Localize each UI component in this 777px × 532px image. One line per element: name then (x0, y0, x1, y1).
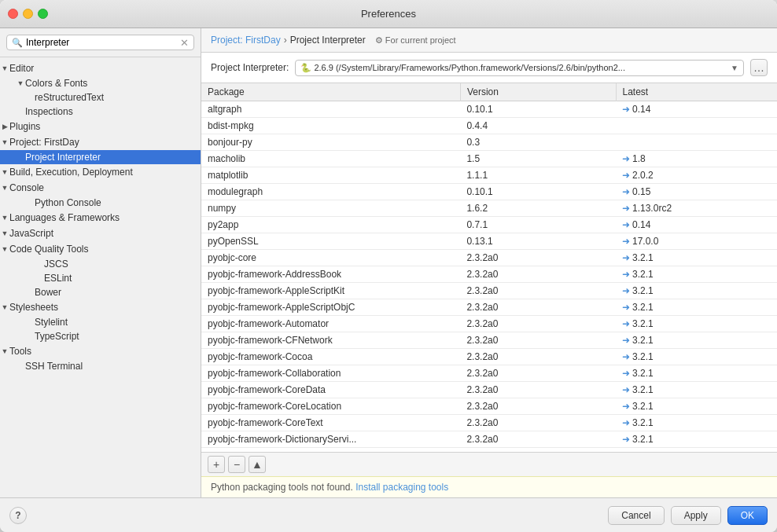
sidebar-item-ssh-terminal[interactable]: SSH Terminal (0, 359, 201, 373)
cell-latest: ➜0.14 (616, 101, 777, 118)
search-input[interactable]: Interpreter (26, 37, 177, 48)
sidebar-item-stylesheets[interactable]: Stylesheets (0, 299, 201, 315)
remove-package-button[interactable]: − (228, 456, 245, 473)
cell-package: pyobjc-framework-CoreLocation (201, 398, 460, 415)
table-row[interactable]: matplotlib1.1.1➜2.0.2 (201, 167, 777, 184)
interpreter-label: Project Interpreter: (211, 62, 289, 73)
sidebar-item-tools[interactable]: Tools (0, 343, 201, 359)
table-row[interactable]: bdist-mpkg0.4.4 (201, 118, 777, 134)
cell-package: pyobjc-framework-Collaboration (201, 365, 460, 382)
table-row[interactable]: numpy1.6.2➜1.13.0rc2 (201, 200, 777, 217)
minimize-button[interactable] (23, 9, 33, 19)
table-row[interactable]: pyobjc-framework-AppleScriptObjC2.3.2a0➜… (201, 299, 777, 316)
col-header-package[interactable]: Package (201, 83, 460, 101)
install-packaging-tools-link[interactable]: Install packaging tools (355, 482, 448, 493)
cell-version: 2.3.2a0 (460, 365, 616, 382)
apply-button[interactable]: Apply (671, 506, 721, 525)
table-row[interactable]: pyobjc-framework-DictionaryServi...2.3.2… (201, 431, 777, 448)
cell-version: 2.3.2a0 (460, 283, 616, 299)
cell-version: 2.3.2a0 (460, 316, 616, 332)
cancel-button[interactable]: Cancel (608, 506, 664, 525)
add-package-button[interactable]: + (208, 456, 225, 473)
sidebar-item-build-exec-deploy[interactable]: Build, Execution, Deployment (0, 164, 201, 180)
packages-tbody: altgraph0.10.1➜0.14bdist-mpkg0.4.4bonjou… (201, 101, 777, 453)
sidebar-item-eslint[interactable]: ESLint (0, 271, 201, 285)
cell-latest: ➜1.8 (616, 151, 777, 167)
sidebar-item-python-console[interactable]: Python Console (0, 196, 201, 210)
sidebar-item-javascript[interactable]: JavaScript (0, 226, 201, 241)
cell-version: 1.6.2 (460, 200, 616, 217)
cell-version: 2.3.2a0 (460, 266, 616, 283)
cell-package: pyobjc-framework-AppleScriptKit (201, 283, 460, 299)
cell-version: 0.3 (460, 134, 616, 151)
cell-package: pyobjc-framework-AddressBook (201, 266, 460, 283)
sidebar-item-bower[interactable]: Bower (0, 285, 201, 299)
sidebar-item-inspections[interactable]: Inspections (0, 105, 201, 119)
sidebar-item-console[interactable]: Console (0, 180, 201, 196)
close-button[interactable] (8, 9, 18, 19)
table-row[interactable]: pyobjc-core2.3.2a0➜3.2.1 (201, 250, 777, 266)
table-row[interactable]: bonjour-py0.3 (201, 134, 777, 151)
clear-search-icon[interactable]: ✕ (180, 38, 189, 48)
table-row[interactable]: pyobjc-framework-CoreData2.3.2a0➜3.2.1 (201, 382, 777, 398)
footer: ? Cancel Apply OK (0, 497, 777, 532)
table-row[interactable]: modulegraph0.10.1➜0.15 (201, 184, 777, 200)
cell-version: 1.1.1 (460, 167, 616, 184)
table-row[interactable]: altgraph0.10.1➜0.14 (201, 101, 777, 118)
sidebar-item-code-quality-tools[interactable]: Code Quality Tools (0, 241, 201, 257)
sidebar-label-tools: Tools (9, 346, 201, 357)
sidebar-label-restructuredtext: reStructuredText (35, 92, 201, 103)
table-row[interactable]: pyobjc-framework-AddressBook2.3.2a0➜3.2.… (201, 266, 777, 283)
sidebar-item-jscs[interactable]: JSCS (0, 257, 201, 271)
table-row[interactable]: pyobjc-framework-CoreText2.3.2a0➜3.2.1 (201, 415, 777, 431)
triangle-javascript (0, 229, 9, 238)
cell-package: pyobjc-framework-ExceptionHand... (201, 448, 460, 453)
preferences-window: Preferences 🔍 Interpreter ✕ Editor (0, 0, 777, 532)
ok-button[interactable]: OK (727, 506, 768, 525)
table-row[interactable]: pyobjc-framework-ExceptionHand...2.3.2a0… (201, 448, 777, 453)
triangle-tools (0, 347, 9, 356)
help-button[interactable]: ? (9, 507, 27, 524)
dropdown-arrow-icon: ▼ (731, 64, 738, 72)
table-row[interactable]: pyOpenSSL0.13.1➜17.0.0 (201, 233, 777, 250)
sidebar-item-plugins[interactable]: Plugins (0, 119, 201, 134)
sidebar-item-stylelint[interactable]: Stylelint (0, 315, 201, 329)
sidebar-item-restructuredtext[interactable]: reStructuredText (0, 90, 201, 105)
interpreter-select[interactable]: 🐍 2.6.9 (/System/Library/Frameworks/Pyth… (295, 60, 744, 76)
sidebar-label-console: Console (9, 182, 201, 193)
sidebar-item-colors-fonts[interactable]: Colors & Fonts (0, 76, 201, 90)
cell-latest: ➜2.0.2 (616, 167, 777, 184)
sidebar-item-typescript[interactable]: TypeScript (0, 329, 201, 343)
triangle-editor (0, 64, 9, 73)
table-row[interactable]: pyobjc-framework-CFNetwork2.3.2a0➜3.2.1 (201, 332, 777, 349)
table-row[interactable]: pyobjc-framework-Automator2.3.2a0➜3.2.1 (201, 316, 777, 332)
sidebar-label-stylesheets: Stylesheets (9, 302, 201, 313)
cell-version: 0.10.1 (460, 184, 616, 200)
col-header-latest[interactable]: Latest (616, 83, 777, 101)
cell-package: pyobjc-framework-DictionaryServi... (201, 431, 460, 448)
sidebar-label-jscs: JSCS (44, 259, 201, 270)
table-row[interactable]: pyobjc-framework-Cocoa2.3.2a0➜3.2.1 (201, 349, 777, 365)
breadcrumb-sep: › (284, 35, 287, 46)
table-row[interactable]: macholib1.5➜1.8 (201, 151, 777, 167)
maximize-button[interactable] (38, 9, 48, 19)
sidebar-label-project-interpreter: Project Interpreter (25, 152, 201, 163)
sidebar-label-build-exec-deploy: Build, Execution, Deployment (9, 167, 201, 178)
cell-version: 2.3.2a0 (460, 299, 616, 316)
cell-latest: ➜3.2.1 (616, 250, 777, 266)
col-header-version[interactable]: Version (460, 83, 616, 101)
sidebar-item-editor[interactable]: Editor (0, 61, 201, 76)
sidebar-item-project-interpreter[interactable]: Project Interpreter (0, 150, 201, 164)
table-row[interactable]: py2app0.7.1➜0.14 (201, 217, 777, 233)
cell-latest: ➜3.2.1 (616, 448, 777, 453)
breadcrumb-project[interactable]: Project: FirstDay (211, 35, 281, 46)
interpreter-more-button[interactable]: … (750, 59, 768, 76)
sidebar-item-project-firstday[interactable]: Project: FirstDay (0, 134, 201, 150)
triangle-stylesheets (0, 303, 9, 312)
table-row[interactable]: pyobjc-framework-AppleScriptKit2.3.2a0➜3… (201, 283, 777, 299)
upgrade-package-button[interactable]: ▲ (249, 456, 266, 473)
table-row[interactable]: pyobjc-framework-Collaboration2.3.2a0➜3.… (201, 365, 777, 382)
table-row[interactable]: pyobjc-framework-CoreLocation2.3.2a0➜3.2… (201, 398, 777, 415)
sidebar-item-languages-frameworks[interactable]: Languages & Frameworks (0, 210, 201, 226)
search-icon: 🔍 (12, 38, 23, 48)
